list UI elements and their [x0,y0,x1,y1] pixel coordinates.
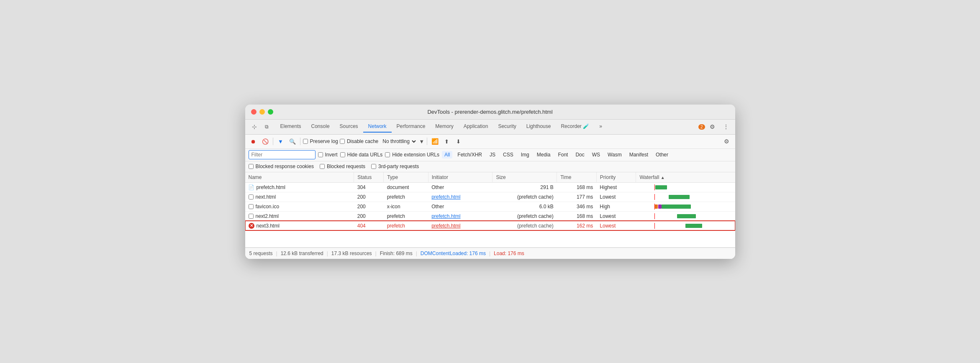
filter-tag-css[interactable]: CSS [500,151,516,158]
blocked-cookies-label[interactable]: Blocked response cookies [249,164,314,169]
search-icon-btn[interactable]: 🔍 [287,136,298,146]
wifi-icon-btn[interactable]: 📶 [430,136,440,146]
tab-more[interactable]: » [594,121,607,133]
col-waterfall[interactable]: Waterfall ▲ [636,172,735,183]
waterfall-cell [636,202,735,211]
network-table: Name Status Type Initiator Size Time Pri… [245,172,735,231]
initiator-link[interactable]: prefetch.html [431,194,460,200]
record-stop-btn[interactable]: ⏺ [249,136,259,146]
tab-memory[interactable]: Memory [430,121,458,133]
initiator-cell: prefetch.html [428,211,493,221]
filter-icon-btn[interactable]: ▼ [276,136,286,146]
toolbar-divider-2 [300,138,300,145]
filter-tag-wasm[interactable]: Wasm [605,151,624,158]
table-row[interactable]: next2.html 200 prefetch prefetch.html (p… [245,211,735,221]
table-header: Name Status Type Initiator Size Time Pri… [245,172,735,183]
row-checkbox[interactable] [249,194,254,199]
initiator-link[interactable]: prefetch.html [431,223,460,229]
filter-tag-media[interactable]: Media [534,151,553,158]
blocked-cookies-checkbox[interactable] [249,164,254,169]
tab-security[interactable]: Security [493,121,521,133]
priority-cell: Lowest [596,211,636,221]
finish-time: Finish: 689 ms [380,251,413,256]
filter-input[interactable] [249,150,316,159]
tab-elements[interactable]: Elements [275,121,306,133]
filter-bar: Invert Hide data URLs Hide extension URL… [245,149,735,161]
hide-data-urls-label[interactable]: Hide data URLs [340,152,383,158]
time-cell: 168 ms [557,211,597,221]
filter-tag-font[interactable]: Font [555,151,570,158]
filter-tag-all[interactable]: All [442,151,452,158]
col-type[interactable]: Type [384,172,428,183]
tab-console[interactable]: Console [306,121,335,133]
table-row[interactable]: next.html 200 prefetch prefetch.html (pr… [245,192,735,202]
tab-bar-right: 2 ⚙ ⋮ [698,121,732,133]
close-button[interactable] [251,109,257,115]
col-size[interactable]: Size [493,172,557,183]
row-checkbox[interactable] [249,204,254,209]
row-checkbox[interactable] [249,214,254,219]
disable-cache-label[interactable]: Disable cache [340,138,378,144]
filter-tag-js[interactable]: JS [487,151,498,158]
name-cell: favicon.ico [245,202,354,211]
tab-performance[interactable]: Performance [392,121,431,133]
invert-checkbox[interactable] [318,152,323,157]
load-time: Load: 176 ms [494,251,524,256]
third-party-checkbox[interactable] [371,164,376,169]
maximize-button[interactable] [268,109,273,115]
download-icon-btn[interactable]: ⬇ [453,136,463,146]
filter-tag-doc[interactable]: Doc [573,151,587,158]
hide-ext-urls-checkbox[interactable] [385,152,390,157]
col-name[interactable]: Name [245,172,354,183]
filter-tag-other[interactable]: Other [653,151,671,158]
clear-btn[interactable]: 🚫 [260,136,270,146]
tab-lighthouse[interactable]: Lighthouse [521,121,556,133]
filter-tag-fetch[interactable]: Fetch/XHR [455,151,485,158]
preserve-log-checkbox[interactable] [303,139,308,144]
settings-icon-btn[interactable]: ⚙ [707,121,718,133]
table-row[interactable]: favicon.ico 200 x-icon Other 6.0 kB 346 … [245,202,735,211]
priority-cell: Lowest [596,221,636,230]
name-cell: next2.html [245,211,354,221]
upload-icon-btn[interactable]: ⬆ [441,136,452,146]
throttle-arrow[interactable]: ▼ [419,138,424,145]
type-cell: prefetch [384,221,428,230]
col-initiator[interactable]: Initiator [428,172,493,183]
col-priority[interactable]: Priority [596,172,636,183]
tab-recorder[interactable]: Recorder 🧪 [556,121,594,133]
blocked-requests-checkbox[interactable] [320,164,325,169]
blocked-requests-label[interactable]: Blocked requests [320,164,365,169]
tab-sources[interactable]: Sources [335,121,363,133]
size-cell: (prefetch cache) [493,211,557,221]
initiator-cell: Other [428,202,493,211]
tab-application[interactable]: Application [459,121,493,133]
minimize-button[interactable] [259,109,265,115]
filter-tag-img[interactable]: Img [518,151,532,158]
table-row[interactable]: 📄 prefetch.html 304 document Other 291 B… [245,182,735,192]
tab-bar: ⊹ ⧉ Elements Console Sources Network Per… [245,120,735,135]
table-row[interactable]: ✕ next3.html 404 prefetch prefetch.html … [245,221,735,230]
device-icon-btn[interactable]: ⧉ [261,121,273,133]
hide-ext-urls-label[interactable]: Hide extension URLs [385,152,439,158]
waterfall-cell [636,182,735,192]
col-status[interactable]: Status [354,172,384,183]
throttle-select[interactable]: No throttling [380,138,417,145]
third-party-label[interactable]: 3rd-party requests [371,164,419,169]
disable-cache-checkbox[interactable] [340,139,345,144]
window-title: DevTools - prerender-demos.glitch.me/pre… [427,109,552,115]
tab-network[interactable]: Network [363,121,392,133]
more-icon-btn[interactable]: ⋮ [720,121,732,133]
tab-bar-left: ⊹ ⧉ Elements Console Sources Network Per… [249,121,607,133]
filter-tag-ws[interactable]: WS [590,151,603,158]
network-settings-btn[interactable]: ⚙ [722,136,732,146]
col-time[interactable]: Time [557,172,597,183]
filter-tag-manifest[interactable]: Manifest [627,151,651,158]
hide-data-urls-checkbox[interactable] [340,152,345,157]
preserve-log-label[interactable]: Preserve log [303,138,338,144]
invert-label[interactable]: Invert [318,152,338,158]
initiator-link[interactable]: prefetch.html [431,213,460,219]
status-cell: 304 [354,182,384,192]
network-table-wrapper: Name Status Type Initiator Size Time Pri… [245,172,735,231]
status-bar: 5 requests | 12.6 kB transferred | 17.3 … [245,248,735,259]
cursor-icon-btn[interactable]: ⊹ [249,121,260,133]
